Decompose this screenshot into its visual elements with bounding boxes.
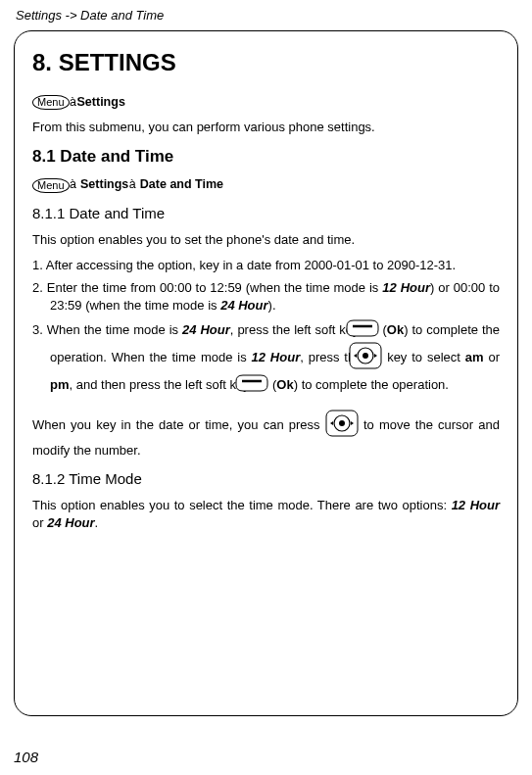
left-softkey-icon [363,319,379,342]
content-frame: 8. SETTINGS MenuàSettings From this subm… [14,30,518,716]
step-2: 2. Enter the time from 00:00 to 12:59 (w… [32,279,500,314]
nav-datetime-label: Date and Time [140,177,223,191]
text-812: This option enables you to select the ti… [32,497,500,531]
text-811: This option enables you to set the phone… [32,231,500,249]
step-1: 1. After accessing the option, key in a … [32,257,500,274]
heading-811: 8.1.1 Date and Time [32,205,500,221]
nav-key-icon [366,342,382,374]
step-3: 3. When the time mode is 24 Hour, press … [32,319,500,396]
arrow-icon: à [128,176,136,193]
heading-date-time: 8.1 Date and Time [32,147,500,167]
menu-key-icon: Menu [32,178,70,193]
page-number: 108 [14,749,38,765]
left-softkey-icon [253,374,268,397]
note-text: When you key in the date or time, you ca… [32,410,500,459]
intro-text: From this submenu, you can perform vario… [32,119,500,136]
arrow-icon: à [70,94,77,111]
heading-812: 8.1.2 Time Mode [32,470,500,487]
svg-point-3 [363,353,368,359]
breadcrumb: Settings -> Date and Time [16,8,518,23]
nav-path-2: Menuà Settingsà Date and Time [32,176,500,193]
heading-settings: 8. SETTINGS [32,49,500,76]
nav-path-1: MenuàSettings [32,94,500,111]
nav-settings-label: Settings [80,177,128,191]
nav-settings-label: Settings [77,95,125,109]
steps-list: 1. After accessing the option, key in a … [32,257,500,396]
nav-key-icon [325,410,359,442]
arrow-icon: à [70,176,77,193]
menu-key-icon: Menu [32,95,70,110]
svg-point-7 [339,420,345,426]
